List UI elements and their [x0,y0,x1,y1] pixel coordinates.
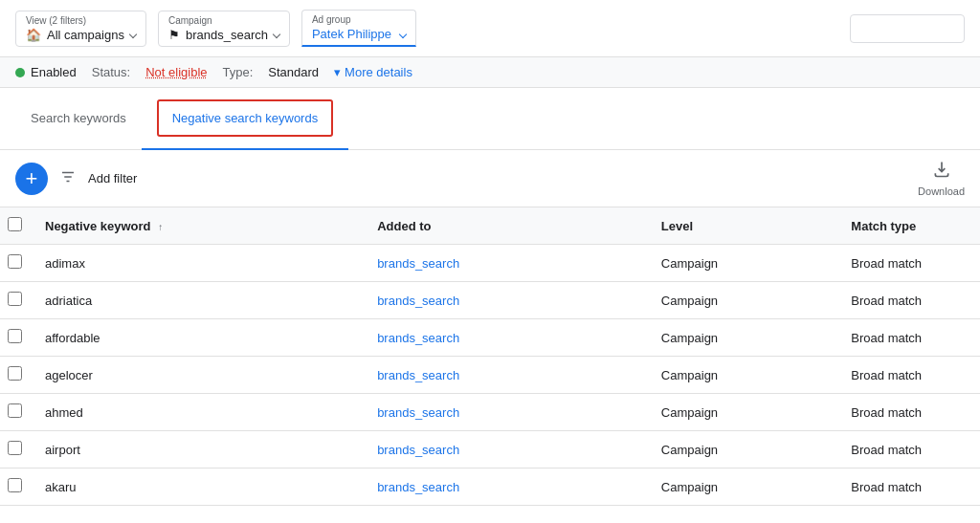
keyword-cell: airport [30,431,362,469]
table-row: ahmed brands_search Campaign Broad match [0,394,980,431]
match-type-cell: Broad match [835,319,980,357]
status-label: Status: [92,65,130,79]
filter-icon[interactable] [59,168,77,189]
keyword-cell: agelocer [30,357,362,394]
added-to-link[interactable]: brands_search [377,294,459,308]
row-checkbox-cell [0,357,30,394]
table-row: akaru brands_search Campaign Broad match [0,469,980,506]
status-value: Not eligible [145,65,207,79]
chevron-icon: ▾ [334,65,341,79]
keyword-cell: adimax [30,245,362,282]
tabs-area: Search keywords Negative search keywords [0,88,980,150]
type-value: Standard [268,65,319,79]
row-checkbox[interactable] [8,292,22,306]
view-dropdown-label: View (2 filters) [26,15,136,26]
row-checkbox-cell [0,394,30,431]
added-to-cell: brands_search [362,319,646,357]
added-to-cell: brands_search [362,394,646,431]
level-cell: Campaign [646,282,836,319]
added-to-link[interactable]: brands_search [377,256,459,271]
campaign-dropdown-value: brands_search [186,28,268,42]
added-to-cell: brands_search [362,245,646,282]
row-checkbox[interactable] [8,366,22,381]
home-icon: 🏠 [26,28,41,42]
added-to-link[interactable]: brands_search [377,331,459,345]
header-match-type[interactable]: Match type [835,207,980,245]
table-row: adriatica brands_search Campaign Broad m… [0,282,980,319]
header-added-to[interactable]: Added to [362,207,646,245]
header-keyword[interactable]: Negative keyword ↑ [30,207,362,245]
row-checkbox-cell [0,282,30,319]
type-label: Type: [223,65,254,79]
search-box[interactable] [850,14,965,43]
adgroup-dropdown-label: Ad group [312,14,406,25]
row-checkbox-cell [0,245,30,282]
row-checkbox[interactable] [8,329,22,343]
tab-negative-search-keywords[interactable]: Negative search keywords [142,88,348,150]
add-filter-label[interactable]: Add filter [88,171,137,185]
enabled-status: Enabled [15,65,77,79]
added-to-link[interactable]: brands_search [377,405,459,420]
add-button[interactable]: + [15,163,48,195]
keyword-cell: ahmed [30,394,362,431]
sort-arrow-icon: ↑ [158,222,163,232]
level-cell: Campaign [646,469,836,506]
row-checkbox-cell [0,431,30,469]
match-type-cell: Broad match [835,394,980,431]
match-type-cell: Broad match [835,245,980,282]
view-dropdown[interactable]: View (2 filters) 🏠 All campaigns [15,11,146,47]
campaign-dropdown[interactable]: Campaign ⚑ brands_search [158,11,290,47]
header-level[interactable]: Level [646,207,836,245]
keyword-cell: adriatica [30,282,362,319]
chevron-down-icon [273,31,280,38]
added-to-cell: brands_search [362,357,646,394]
level-cell: Campaign [646,431,836,469]
row-checkbox-cell [0,469,30,506]
added-to-cell: brands_search [362,469,646,506]
adgroup-dropdown-value: Patek Philippe [312,27,391,41]
right-actions [850,14,965,43]
table-row: affordable brands_search Campaign Broad … [0,319,980,357]
table-header-row: Negative keyword ↑ Added to Level Match … [0,207,980,245]
view-dropdown-value: All campaigns [47,28,124,42]
keywords-table: Negative keyword ↑ Added to Level Match … [0,207,980,506]
enabled-dot [15,68,25,77]
level-cell: Campaign [646,319,836,357]
row-checkbox[interactable] [8,403,22,418]
level-cell: Campaign [646,245,836,282]
match-type-cell: Broad match [835,282,980,319]
match-type-cell: Broad match [835,469,980,506]
level-cell: Campaign [646,394,836,431]
match-type-cell: Broad match [835,357,980,394]
more-details-link[interactable]: ▾ More details [334,65,412,79]
added-to-link[interactable]: brands_search [377,480,459,494]
table-row: adimax brands_search Campaign Broad matc… [0,245,980,282]
campaign-dropdown-label: Campaign [168,15,279,26]
download-label: Download [918,185,965,197]
top-bar: View (2 filters) 🏠 All campaigns Campaig… [0,0,980,57]
match-type-cell: Broad match [835,431,980,469]
status-bar: Enabled Status: Not eligible Type: Stand… [0,57,980,88]
added-to-link[interactable]: brands_search [377,368,459,382]
row-checkbox[interactable] [8,254,22,269]
row-checkbox[interactable] [8,441,22,455]
level-cell: Campaign [646,357,836,394]
enabled-label: Enabled [31,65,77,79]
header-checkbox-cell [0,207,30,245]
row-checkbox-cell [0,319,30,357]
tab-search-keywords[interactable]: Search keywords [15,99,142,139]
keyword-cell: affordable [30,319,362,357]
chevron-down-icon [399,30,407,37]
added-to-link[interactable]: brands_search [377,443,459,457]
download-button[interactable]: Download [918,160,965,197]
adgroup-dropdown[interactable]: Ad group Patek Philippe [301,10,416,47]
added-to-cell: brands_search [362,282,646,319]
download-icon [932,160,951,184]
table-row: airport brands_search Campaign Broad mat… [0,431,980,469]
row-checkbox[interactable] [8,478,22,492]
table-row: agelocer brands_search Campaign Broad ma… [0,357,980,394]
flag-icon: ⚑ [168,28,180,42]
keyword-cell: akaru [30,469,362,506]
header-checkbox[interactable] [8,217,22,231]
toolbar: + Add filter Download [0,150,980,207]
